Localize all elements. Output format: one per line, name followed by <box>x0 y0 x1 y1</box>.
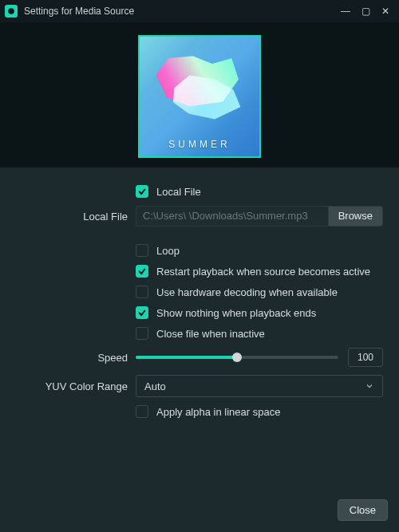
speed-label: Speed <box>8 352 136 364</box>
album-text: SUMMER <box>140 139 259 150</box>
checkbox-loop[interactable] <box>136 244 148 257</box>
form: Local File Local File C:\Users\ \Downloa… <box>0 167 399 434</box>
browse-button[interactable]: Browse <box>328 206 383 227</box>
row-speed: Speed 100 <box>8 348 383 367</box>
row-hw-decode: Use hardware decoding when available <box>8 286 383 298</box>
checkbox-close-inactive-label: Close file when inactive <box>156 328 265 340</box>
album-art: SUMMER <box>138 35 261 158</box>
checkbox-show-nothing[interactable] <box>136 306 148 319</box>
checkbox-local-file[interactable] <box>136 185 148 198</box>
row-yuv: YUV Color Range Auto <box>8 375 383 397</box>
speed-slider-fill <box>136 356 237 359</box>
chevron-down-icon <box>365 381 374 391</box>
speed-value-box[interactable]: 100 <box>348 348 383 367</box>
row-show-nothing: Show nothing when playback ends <box>8 306 383 319</box>
titlebar: Settings for Media Source — ▢ ✕ <box>0 0 399 22</box>
minimize-icon[interactable]: — <box>341 6 350 17</box>
row-restart: Restart playback when source becomes act… <box>8 265 383 278</box>
checkbox-restart[interactable] <box>136 265 148 278</box>
maximize-icon[interactable]: ▢ <box>361 6 370 17</box>
checkbox-apply-alpha-label: Apply alpha in linear space <box>156 406 280 418</box>
row-close-inactive: Close file when inactive <box>8 327 383 340</box>
row-local-file-enabled: Local File <box>8 185 383 198</box>
yuv-range-select[interactable]: Auto <box>136 375 383 397</box>
checkbox-hw-decode-label: Use hardware decoding when available <box>156 286 338 298</box>
checkbox-apply-alpha[interactable] <box>136 405 148 418</box>
yuv-range-label: YUV Color Range <box>8 380 136 392</box>
window-title: Settings for Media Source <box>24 6 341 17</box>
yuv-range-value: Auto <box>144 380 166 392</box>
checkbox-local-file-label: Local File <box>156 186 201 198</box>
local-file-input[interactable]: C:\Users\ \Downloads\Summer.mp3 <box>136 206 328 227</box>
svg-point-0 <box>8 8 14 14</box>
local-file-label: Local File <box>8 211 136 223</box>
checkbox-restart-label: Restart playback when source becomes act… <box>156 266 370 278</box>
app-icon <box>5 5 18 18</box>
checkbox-show-nothing-label: Show nothing when playback ends <box>156 307 316 319</box>
checkbox-loop-label: Loop <box>156 245 180 257</box>
checkbox-close-inactive[interactable] <box>136 327 148 340</box>
close-button[interactable]: Close <box>338 499 388 521</box>
preview-area: SUMMER <box>0 22 399 167</box>
close-icon[interactable]: ✕ <box>381 6 389 17</box>
speed-slider-thumb[interactable] <box>232 353 242 362</box>
footer: Close <box>0 491 399 532</box>
row-local-file-path: Local File C:\Users\ \Downloads\Summer.m… <box>8 206 383 227</box>
row-apply-alpha: Apply alpha in linear space <box>8 405 383 418</box>
checkbox-hw-decode[interactable] <box>136 286 148 298</box>
speed-slider[interactable] <box>136 356 338 359</box>
row-loop: Loop <box>8 244 383 257</box>
